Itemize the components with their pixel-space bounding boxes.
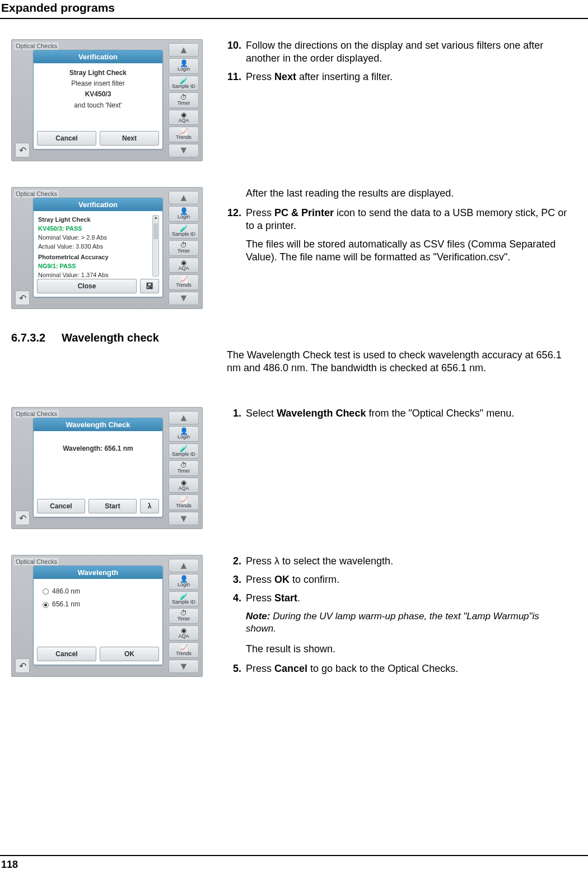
- section-title: Wavelength check: [62, 331, 159, 344]
- sidebar-login[interactable]: 👤Login: [169, 58, 199, 74]
- radio-label: 486.0 nm: [52, 587, 80, 596]
- step-2: 2. Press λ to select the wavelength.: [227, 555, 571, 568]
- sidebar: ▲ 👤Login 🧪Sample ID ⏱Timer ◉AQA 📈Trends …: [169, 191, 199, 305]
- dialog-title: Wavelength: [34, 566, 162, 579]
- next-button[interactable]: Next: [100, 131, 159, 146]
- step-12: 12. Press PC & Printer icon to send the …: [227, 207, 571, 232]
- text-block-5: 2. Press λ to select the wavelength. 3. …: [227, 555, 571, 681]
- sidebar-trends[interactable]: 📈Trends: [169, 274, 199, 290]
- dialog-buttons: Close 🖫: [37, 279, 159, 293]
- radio-icon: [43, 602, 49, 608]
- sidebar: ▲ 👤Login 🧪Sample ID ⏱Timer ◉AQA 📈Trends …: [169, 411, 199, 525]
- sidebar-login[interactable]: 👤Login: [169, 206, 199, 222]
- text-block-2: After the last reading the results are d…: [227, 187, 571, 270]
- back-button[interactable]: ↶: [15, 658, 30, 673]
- actual-line: Actual Value: 3.830 Abs: [38, 242, 151, 251]
- cancel-button[interactable]: Cancel: [37, 131, 96, 146]
- radio-option-486[interactable]: 486.0 nm: [43, 587, 158, 596]
- dialog-body: Stray Light Check KV450/3: PASS Nominal …: [34, 211, 162, 289]
- ok-button[interactable]: OK: [100, 647, 159, 661]
- lambda-button[interactable]: λ: [140, 499, 159, 513]
- arrow-down-icon[interactable]: ▼: [169, 144, 199, 157]
- undo-icon: ↶: [19, 513, 26, 524]
- sidebar-sampleid[interactable]: 🧪Sample ID: [169, 76, 199, 91]
- undo-icon: ↶: [19, 293, 26, 303]
- sidebar-sampleid[interactable]: 🧪Sample ID: [169, 591, 199, 607]
- screenshot-1-wrap: Optical Checks ▲ 👤Login 🧪Sample ID ⏱Time…: [11, 39, 210, 161]
- sidebar-trends[interactable]: 📈Trends: [169, 642, 199, 658]
- sidebar-timer[interactable]: ⏱Timer: [169, 460, 199, 476]
- dialog-body: 486.0 nm 656.1 nm: [34, 579, 162, 610]
- flask-icon: 🧪: [180, 225, 188, 232]
- dialog-buttons: Cancel OK: [37, 647, 159, 661]
- screenshot-wavelength-select: Optical Checks ▲ 👤Login 🧪Sample ID ⏱Time…: [11, 555, 203, 677]
- radio-option-656[interactable]: 656.1 nm: [43, 600, 158, 609]
- close-button[interactable]: Close: [37, 279, 137, 293]
- arrow-up-icon[interactable]: ▲: [169, 191, 199, 204]
- arrow-down-icon[interactable]: ▼: [169, 660, 199, 673]
- sidebar-timer[interactable]: ⏱Timer: [169, 240, 199, 256]
- nominal-line: Nominal Value: > 2.8 Abs: [38, 233, 151, 242]
- sidebar-label: Sample ID: [172, 84, 195, 89]
- screenshot-wavelength-check: Optical Checks ▲ 👤Login 🧪Sample ID ⏱Time…: [11, 407, 203, 529]
- dialog-line: and touch 'Next': [38, 100, 158, 111]
- sidebar-label: Trends: [176, 503, 192, 508]
- page: Expanded programs Optical Checks ▲ 👤Logi…: [0, 0, 588, 874]
- arrow-down-icon[interactable]: ▼: [169, 512, 199, 525]
- cancel-button[interactable]: Cancel: [37, 647, 96, 661]
- sidebar-label: Sample ID: [172, 232, 195, 237]
- step-number: 11.: [227, 71, 246, 83]
- paragraph: The result is shown.: [246, 643, 571, 656]
- sidebar-label: AQA: [178, 486, 189, 491]
- back-button[interactable]: ↶: [15, 511, 30, 525]
- page-number: 118: [1, 859, 18, 871]
- step-10: 10. Follow the directions on the display…: [227, 39, 571, 65]
- sidebar: ▲ 👤Login 🧪Sample ID ⏱Timer ◉AQA 📈Trends …: [169, 43, 199, 157]
- sidebar: ▲ 👤Login 🧪Sample ID ⏱Timer ◉AQA 📈Trends …: [169, 559, 199, 673]
- sidebar-timer[interactable]: ⏱Timer: [169, 92, 199, 108]
- text-block-3: The Wavelength Check test is used to che…: [227, 349, 571, 381]
- pc-printer-icon: 🖫: [146, 282, 153, 291]
- arrow-up-icon[interactable]: ▲: [169, 411, 199, 424]
- pass-line: NG9/1: PASS: [38, 262, 151, 271]
- sidebar-label: Timer: [178, 249, 190, 254]
- step-number: 2.: [227, 555, 246, 568]
- sidebar-sampleid[interactable]: 🧪Sample ID: [169, 443, 199, 459]
- sidebar-aqa[interactable]: ◉AQA: [169, 258, 199, 273]
- dialog-verification-results: Verification Stray Light Check KV450/3: …: [33, 198, 163, 297]
- chart-icon: 📈: [180, 497, 188, 503]
- start-button[interactable]: Start: [88, 499, 137, 513]
- back-button[interactable]: ↶: [15, 143, 30, 157]
- dialog-buttons: Cancel Start λ: [37, 499, 159, 513]
- step-1: 1. Select Wavelength Check from the "Opt…: [227, 407, 571, 420]
- footer-rule: [0, 855, 588, 856]
- sidebar-login[interactable]: 👤Login: [169, 574, 199, 590]
- note: Note: During the UV lamp warm-up phase, …: [246, 610, 571, 635]
- back-button[interactable]: ↶: [15, 291, 30, 305]
- dialog-title: Verification: [34, 198, 162, 211]
- sidebar-trends[interactable]: 📈Trends: [169, 494, 199, 510]
- arrow-up-icon[interactable]: ▲: [169, 559, 199, 572]
- pc-printer-button[interactable]: 🖫: [140, 279, 159, 293]
- screenshot-verification-results: Optical Checks ▲ 👤Login 🧪Sample ID ⏱Time…: [11, 187, 203, 309]
- step-5: 5. Press Cancel to go back to the Optica…: [227, 662, 571, 675]
- step-body: Press λ to select the wavelength.: [246, 555, 571, 568]
- arrow-down-icon[interactable]: ▼: [169, 292, 199, 305]
- sidebar-trends[interactable]: 📈Trends: [169, 127, 199, 142]
- step-11: 11. Press Next after inserting a filter.: [227, 71, 571, 83]
- sidebar-aqa[interactable]: ◉AQA: [169, 625, 199, 641]
- sidebar-timer[interactable]: ⏱Timer: [169, 608, 199, 624]
- cancel-button[interactable]: Cancel: [37, 499, 85, 513]
- step-4: 4. Press Start.: [227, 592, 571, 605]
- sidebar-aqa[interactable]: ◉AQA: [169, 478, 199, 493]
- sidebar-label: AQA: [178, 266, 189, 271]
- arrow-up-icon[interactable]: ▲: [169, 43, 199, 57]
- sidebar-aqa[interactable]: ◉AQA: [169, 110, 199, 125]
- sidebar-label: Timer: [178, 101, 190, 106]
- step-body: Press Next after inserting a filter.: [246, 71, 571, 83]
- sidebar-sampleid[interactable]: 🧪Sample ID: [169, 223, 199, 239]
- sidebar-login[interactable]: 👤Login: [169, 426, 199, 442]
- scrollbar[interactable]: [152, 215, 159, 277]
- step-number: 4.: [227, 592, 246, 605]
- screenshot-4-wrap: Optical Checks ▲ 👤Login 🧪Sample ID ⏱Time…: [11, 555, 210, 677]
